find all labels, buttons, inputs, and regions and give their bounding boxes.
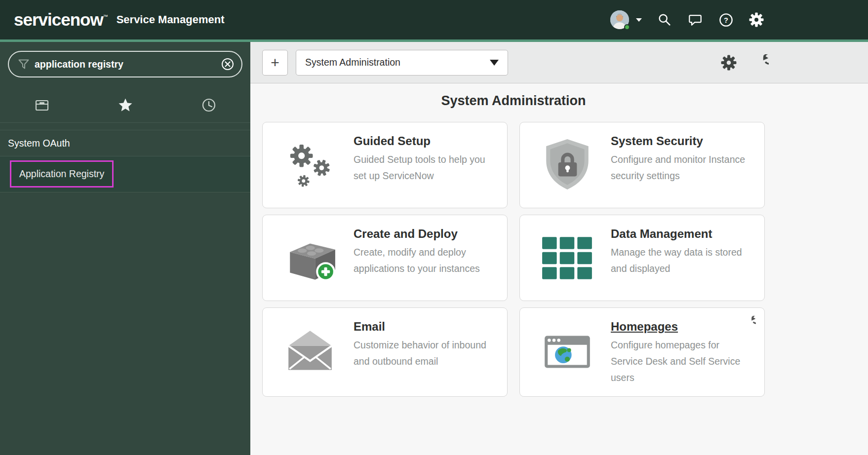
grid-tiles-icon [540, 229, 595, 287]
user-avatar[interactable] [610, 10, 629, 29]
card-title: Data Management [611, 227, 752, 241]
module-card-system-security[interactable]: System Security Configure and monitor In… [519, 122, 765, 208]
user-menu-caret-icon[interactable] [636, 18, 642, 22]
envelope-icon [282, 324, 338, 381]
card-title: Create and Deploy [354, 227, 495, 241]
page-title: System Administration [262, 93, 765, 109]
search-icon[interactable] [657, 12, 672, 28]
module-card-create-and-deploy[interactable]: Create and Deploy Create, modify and dep… [262, 215, 508, 301]
module-card-data-management[interactable]: Data Management Manage the way data is s… [519, 215, 765, 301]
browser-globe-icon [540, 324, 595, 381]
clock-icon [201, 97, 217, 113]
brick-plus-icon [282, 229, 338, 287]
star-icon [118, 97, 133, 113]
card-description: Configure homepages for Service Desk and… [611, 337, 752, 385]
module-card-homepages[interactable]: Homepages Configure homepages for Servic… [519, 307, 765, 397]
gear-icon[interactable] [720, 54, 738, 72]
card-description: Customize behavior of inbound and outbou… [354, 337, 495, 370]
module-card-grid: Guided Setup Guided Setup tools to help … [262, 122, 765, 397]
sidebar-item-application-registry[interactable]: Application Registry [0, 156, 250, 192]
top-header: servicenow ™ Service Management [0, 0, 868, 39]
chat-icon[interactable] [687, 12, 703, 28]
card-title: Guided Setup [354, 134, 495, 148]
servicenow-logo[interactable]: servicenow ™ [14, 10, 108, 30]
svg-text:?: ? [724, 16, 728, 24]
sidebar-item-system-oauth[interactable]: System OAuth [0, 130, 250, 156]
application-navigator: System OAuth Application Registry [0, 42, 250, 455]
tab-all-applications[interactable] [0, 87, 83, 122]
module-card-guided-setup[interactable]: Guided Setup Guided Setup tools to help … [262, 122, 508, 208]
homepage-picker-dropdown[interactable]: System Administration [296, 50, 508, 76]
tutorial-highlight-box: Application Registry [10, 160, 114, 188]
refresh-icon[interactable] [751, 54, 769, 72]
box-icon [34, 97, 50, 113]
card-description: Manage the way data is stored and displa… [611, 244, 752, 277]
sidebar-item-label: System OAuth [8, 138, 70, 149]
add-homepage-button[interactable]: + [262, 50, 288, 76]
tab-favorites[interactable] [83, 87, 167, 122]
product-title: Service Management [117, 13, 225, 26]
filter-navigator-input[interactable] [35, 59, 216, 70]
gear-icon[interactable] [749, 12, 764, 28]
logo-text: servicenow [14, 10, 103, 30]
toolbar-right-icons [720, 54, 769, 72]
logo-trademark: ™ [103, 14, 108, 19]
navigator-tabs [0, 87, 250, 123]
refresh-icon[interactable] [743, 316, 756, 330]
navigator-filter[interactable] [8, 51, 242, 77]
chevron-down-icon [490, 60, 499, 66]
main-pane: + System Administration [250, 42, 868, 455]
homepage-content: System Administration Guided Setu [250, 83, 868, 455]
shield-lock-icon [540, 137, 595, 194]
card-title: System Security [611, 134, 752, 148]
filter-funnel-icon [18, 58, 30, 70]
card-title: Email [354, 320, 495, 334]
content-toolbar: + System Administration [250, 42, 868, 83]
help-icon[interactable]: ? [718, 12, 734, 28]
card-description: Create, modify and deploy applications t… [354, 244, 495, 277]
module-card-email[interactable]: Email Customize behavior of inbound and … [262, 307, 508, 397]
header-icon-group: ? [610, 10, 868, 29]
homepage-picker-value: System Administration [305, 57, 400, 68]
clear-filter-icon[interactable] [221, 57, 235, 71]
homepages-link[interactable]: Homepages [611, 320, 752, 334]
navigator-menu: System OAuth Application Registry [0, 130, 250, 192]
presence-indicator [624, 24, 630, 30]
gears-icon [282, 137, 338, 194]
card-description: Configure and monitor Instance security … [611, 152, 752, 184]
navigator-search-row [0, 42, 250, 87]
sidebar-item-label: Application Registry [19, 168, 104, 179]
tab-history[interactable] [167, 87, 250, 122]
card-description: Guided Setup tools to help you set up Se… [354, 152, 495, 184]
